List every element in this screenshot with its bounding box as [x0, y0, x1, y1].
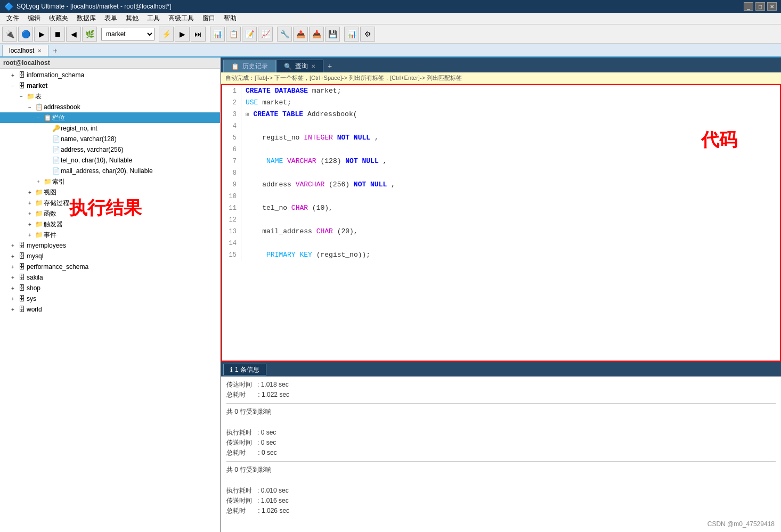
- tree-node-triggers[interactable]: + 📁 触发器: [0, 219, 220, 230]
- tree-node-addressbook[interactable]: − 📋 addressbook: [0, 102, 220, 112]
- tree-node-information-schema[interactable]: + 🗄 information_schema: [0, 70, 220, 80]
- result-row: 执行耗时 : 0 sec: [226, 428, 776, 438]
- toggle-icon[interactable]: +: [26, 222, 34, 227]
- tree-node-events[interactable]: + 📁 事件: [0, 230, 220, 240]
- tree-node-col-telno[interactable]: 📄 tel_no, char(10), Nullable: [0, 155, 220, 166]
- tree-node-procedures[interactable]: + 📁 存储过程: [0, 198, 220, 208]
- tree-node-col-address[interactable]: 📄 address, varchar(256): [0, 144, 220, 155]
- minimize-button[interactable]: _: [744, 2, 753, 11]
- toolbar-schema[interactable]: 🔧: [277, 27, 292, 42]
- menu-window[interactable]: 窗口: [198, 13, 219, 24]
- toolbar-connect[interactable]: 🔵: [18, 27, 33, 42]
- tree-node-myemployees[interactable]: + 🗄 myemployees: [0, 240, 220, 251]
- tree-node-columns[interactable]: − 📋 栏位: [0, 112, 220, 123]
- close-button[interactable]: ✕: [767, 2, 777, 11]
- toolbar-back[interactable]: ◀: [66, 27, 81, 42]
- toggle-icon[interactable]: −: [26, 104, 34, 110]
- tree-node-shop[interactable]: + 🗄 shop: [0, 283, 220, 293]
- toggle-icon[interactable]: +: [9, 296, 17, 302]
- tree-node-performance-schema[interactable]: + 🗄 performance_schema: [0, 261, 220, 272]
- toolbar-execute[interactable]: ⚡: [159, 27, 174, 42]
- tree-node-market[interactable]: − 🗄 market: [0, 80, 220, 91]
- toggle-icon[interactable]: −: [34, 115, 43, 121]
- toggle-icon[interactable]: +: [9, 307, 17, 313]
- db-icon: 🗄: [17, 295, 27, 302]
- toggle-icon[interactable]: +: [9, 285, 17, 291]
- toggle-icon[interactable]: +: [9, 243, 17, 249]
- toolbar-new-connection[interactable]: 🔌: [2, 27, 17, 42]
- object-tree: + 🗄 information_schema − 🗄 market − 📁 表: [0, 69, 220, 532]
- code-editor[interactable]: 1 CREATE DATABASE market; 2 USE market;: [221, 84, 781, 362]
- toggle-icon[interactable]: −: [9, 83, 17, 89]
- tree-node-col-regist-no[interactable]: 🔑 regist_no, int: [0, 123, 220, 134]
- menu-edit[interactable]: 编辑: [23, 13, 45, 24]
- toggle-icon[interactable]: +: [26, 200, 34, 206]
- toolbar-table-view[interactable]: 📊: [210, 27, 225, 42]
- tree-label: mail_address, char(20), Nullable: [61, 167, 153, 175]
- line-number: 14: [222, 238, 241, 249]
- code-line-3: 3 ⊞ CREATE TABLE Addressbook(: [222, 109, 780, 120]
- tree-node-world[interactable]: + 🗄 world: [0, 304, 220, 315]
- conn-tab-close[interactable]: ✕: [37, 48, 42, 54]
- toggle-icon[interactable]: +: [34, 179, 43, 185]
- toolbar-export[interactable]: 📤: [293, 27, 308, 42]
- tree-node-sakila[interactable]: + 🗄 sakila: [0, 272, 220, 283]
- toolbar-backup[interactable]: 💾: [325, 27, 340, 42]
- tree-node-tables[interactable]: − 📁 表: [0, 91, 220, 102]
- toggle-icon[interactable]: −: [17, 94, 26, 100]
- tree-node-functions[interactable]: + 📁 函数: [0, 208, 220, 219]
- menu-database[interactable]: 数据库: [72, 13, 100, 24]
- menu-help[interactable]: 帮助: [219, 13, 241, 24]
- result-row: 传达时间 : 1.018 sec: [226, 380, 776, 390]
- result-key: 执行耗时: [226, 429, 252, 436]
- query-tab-close[interactable]: ✕: [311, 63, 315, 69]
- line-number: 2: [222, 97, 241, 109]
- toolbar-btn3[interactable]: ⏭: [191, 27, 206, 42]
- toolbar-forward[interactable]: 🌿: [82, 27, 97, 42]
- tree-node-views[interactable]: + 📁 视图: [0, 187, 220, 198]
- tree-node-col-name[interactable]: 📄 name, varchar(128): [0, 134, 220, 144]
- tree-label: sys: [27, 295, 36, 302]
- tree-node-col-mail[interactable]: 📄 mail_address, char(20), Nullable: [0, 166, 220, 176]
- menu-other[interactable]: 其他: [121, 13, 143, 24]
- new-query-tab-button[interactable]: +: [323, 60, 336, 72]
- menu-advanced-tools[interactable]: 高级工具: [164, 13, 198, 24]
- toggle-icon[interactable]: +: [9, 253, 17, 259]
- type-char: CHAR: [291, 204, 308, 212]
- database-selector[interactable]: market: [101, 28, 154, 40]
- toolbar-run-current[interactable]: ▶: [175, 27, 190, 42]
- line-number: 1: [222, 85, 241, 97]
- toolbar-form-view[interactable]: 📋: [226, 27, 241, 42]
- result-val: : 0 sec: [254, 429, 276, 436]
- toggle-icon[interactable]: +: [26, 211, 34, 217]
- new-connection-button[interactable]: +: [48, 45, 61, 56]
- toggle-icon[interactable]: +: [26, 232, 34, 238]
- result-tab-info[interactable]: ℹ 1 条信息: [223, 364, 266, 375]
- query-tab[interactable]: 🔍 查询 ✕: [276, 60, 323, 72]
- toolbar-import[interactable]: 📥: [309, 27, 324, 42]
- toolbar-query-view[interactable]: 📝: [242, 27, 257, 42]
- code-line-8: 8: [222, 167, 780, 179]
- tree-node-sys[interactable]: + 🗄 sys: [0, 293, 220, 304]
- toggle-icon[interactable]: +: [9, 72, 17, 78]
- history-tab[interactable]: 📋 历史记录: [223, 60, 276, 72]
- line-number: 15: [222, 249, 241, 261]
- menu-table[interactable]: 表单: [100, 13, 121, 24]
- menu-file[interactable]: 文件: [2, 13, 23, 24]
- result-divider: [226, 403, 776, 404]
- toolbar-btn7[interactable]: 📈: [258, 27, 273, 42]
- connection-tab-localhost[interactable]: localhost ✕: [2, 45, 48, 56]
- toggle-icon[interactable]: +: [9, 275, 17, 281]
- menu-tools[interactable]: 工具: [143, 13, 164, 24]
- toggle-icon[interactable]: +: [26, 190, 34, 195]
- menu-favorites[interactable]: 收藏夹: [45, 13, 72, 24]
- tree-node-indexes[interactable]: + 📁 索引: [0, 176, 220, 187]
- toggle-icon[interactable]: +: [9, 264, 17, 270]
- toolbar-grid[interactable]: ⚙: [360, 27, 375, 42]
- toolbar-monitor[interactable]: 📊: [344, 27, 359, 42]
- tree-node-mysql[interactable]: + 🗄 mysql: [0, 251, 220, 261]
- menu-bar: 文件 编辑 收藏夹 数据库 表单 其他 工具 高级工具 窗口 帮助: [0, 13, 781, 24]
- toolbar-stop[interactable]: ⏹: [50, 27, 65, 42]
- maximize-button[interactable]: □: [755, 2, 765, 11]
- toolbar-refresh[interactable]: ▶: [34, 27, 49, 42]
